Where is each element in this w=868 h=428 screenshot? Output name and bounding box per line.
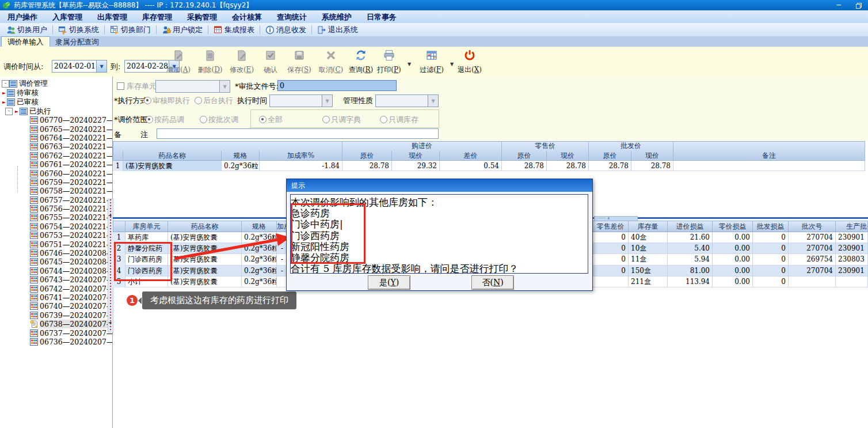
col-header-purchase_pl: 进价损益 [668,221,713,232]
tree-order-item[interactable]: 06736—20240207— [30,338,112,346]
restore-button[interactable] [852,1,865,9]
quickbar-switch-dept[interactable]: 切换部门 [106,24,155,36]
action-label: 查询(R) [349,65,373,75]
tab-affiliation-query[interactable]: 隶属分配查询 [50,37,105,47]
order-number: 06753—20240221— [40,231,113,240]
tree-order-item[interactable]: 06742—20240207— [30,284,112,293]
dialog-no-button[interactable]: 否(N) [471,275,514,290]
tab-strip: 调价单输入 隶属分配查询 [0,36,868,47]
menu-item[interactable]: 采购管理 [180,11,224,23]
tree-order-item[interactable]: 06763—20240221— [30,142,112,151]
tree-order-item[interactable]: 06765—20240221— [30,124,112,133]
menu-item[interactable]: 用户操作 [0,11,45,23]
tree-order-item[interactable]: 06756—20240221— [30,204,112,213]
quickbar-label: 用户锁定 [173,25,203,35]
tree-branch-executed[interactable]: - ► 已执行 [0,107,112,116]
tree-order-item[interactable]: 06741—20240207— [30,293,112,302]
tree-order-item[interactable]: 06759—20240221— [30,178,112,187]
menu-item[interactable]: 出库管理 [90,11,135,23]
chevron-down-icon[interactable]: ▼ [96,60,106,72]
menu-item[interactable]: 日常事务 [359,11,404,23]
tree-order-item[interactable]: 06740—20240207— [30,302,112,310]
menu-item[interactable]: 入库管理 [45,11,90,23]
grid-icon [30,161,38,168]
order-number: 06761—20240221— [40,160,113,169]
col-header-stock: 库存量 [629,221,668,232]
order-number: 06757—20240221— [40,196,113,204]
order-number: 06738—20240207— [40,320,113,328]
tree-guide-line [17,166,18,192]
action-label: 打印(P) [377,65,401,75]
quickbar-lock-user[interactable]: 用户锁定 [158,24,207,36]
toolbar-separator [260,25,260,34]
tree-order-item[interactable]: 06760—20240221— [30,169,112,177]
tree-branch-audited[interactable]: ► 已审核 [0,97,112,107]
tree-order-item[interactable]: 06762—20240221— [30,151,112,160]
action-print-button[interactable]: 打印(P) [373,49,405,74]
remark-input[interactable] [157,128,439,139]
approval-no-input[interactable] [277,80,397,91]
cell-batch_no: 270704 [789,243,836,254]
tab-price-adjust-entry[interactable]: 调价单输入 [1,36,50,47]
tree-branch-pending-audit[interactable]: ► 待审核 [0,88,112,97]
tree-order-item[interactable]: 06764—20240221— [30,134,112,142]
tree-order-item[interactable]: 06758—20240221— [30,187,112,195]
tree-order-item[interactable]: 06746—20240208— [30,249,112,257]
grid-icon [30,214,38,221]
col-header-remark: 备注 [673,151,865,161]
tree-order-item[interactable]: 06754—20240221— [30,222,112,231]
order-number: 06759—20240221— [40,178,113,187]
tree-order-item[interactable]: 06738—20240207— [30,320,112,328]
cell-prod_batch: 230901 [836,232,868,243]
quick-toolbar: 切换用户切换系统切换部门用户锁定集成报表消息收发退出系统 [0,23,868,37]
cell-wholesale_pl: 0 [753,243,789,254]
tree-order-item[interactable]: 06744—20240208— [30,267,112,275]
minimize-button[interactable]: ─ [832,1,845,9]
quickbar-report[interactable]: 集成报表 [210,24,258,36]
tree-root-price-management[interactable]: - 调价管理 [0,79,112,88]
order-number: 06739—20240207— [40,311,113,320]
tree-order-item[interactable]: 06770—20240227— [30,116,112,124]
tree-order-item[interactable]: 06745—20240208— [30,257,112,266]
quickbar-message[interactable]: 消息收发 [261,24,310,36]
tree-order-item[interactable]: 06755—20240221— [30,213,112,222]
dialog-title[interactable]: 提示 [287,179,592,192]
grid-icon [30,126,38,133]
action-power-button[interactable]: 退出(X) [454,49,486,74]
cell-retail_orig: 28.78 [502,161,547,171]
menu-item[interactable]: 会计核算 [224,11,269,23]
cell-wholesale_pl: 0 [753,277,789,287]
collapse-icon[interactable]: - [2,80,9,88]
date-from-combo[interactable]: 2024-02-01 ▼ [52,60,107,73]
action-refresh-button[interactable]: 查询(R) [345,49,377,74]
tree-order-item[interactable]: 06761—20240221— [30,160,112,169]
col-header-purchase_now: 现价 [392,151,440,161]
grid-icon [30,258,38,266]
action-label: 退出(X) [458,65,482,75]
toolbar-separator [52,25,53,34]
cell-spec: 0.2g*36粒 [222,161,260,171]
collapse-icon[interactable]: - [5,108,13,115]
tree-order-item[interactable]: 06743—20240207— [30,275,112,284]
menu-item[interactable]: 查询统计 [269,11,314,23]
folder-icon [9,80,17,88]
action-filter-button[interactable]: 过滤(F) [416,49,448,74]
grid-icon [30,302,38,310]
dialog-yes-button[interactable]: 是(Y) [368,275,410,290]
tree-order-item[interactable]: 06757—20240221— [30,196,112,204]
col-header-wholesale_now: 现价 [631,151,673,161]
menu-item[interactable]: 库存管理 [135,11,180,23]
quickbar-switch-user[interactable]: 切换用户 [2,24,51,36]
menu-item[interactable]: 系统维护 [314,11,359,23]
tree-order-item[interactable]: 06751—20240221— [30,240,112,248]
quickbar-exit-system[interactable]: 退出系统 [313,24,362,36]
col-header-spec: 规格 [222,151,260,161]
quickbar-switch-system[interactable]: 切换系统 [54,24,103,36]
tree-order-item[interactable]: 06739—20240207— [30,311,112,320]
group-header-wholesale: 批发价 [589,141,673,151]
cell-prod_batch [836,277,868,287]
tree-order-item[interactable]: 06737—20240207— [30,328,112,337]
chevron-down-icon[interactable]: ▼ [408,62,411,67]
tree-order-item[interactable]: 06753—20240221— [30,231,112,240]
cell-retail_pl: 0.00 [713,254,753,265]
